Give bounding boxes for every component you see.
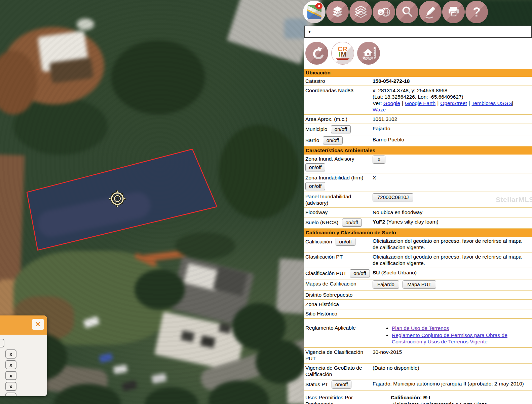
row-suelo: Suelo (NRCS) on/off YuF2 (Yunes silty cl… [304, 217, 532, 229]
suelo-code: YuF2 [373, 219, 385, 225]
map-pin-icon [314, 1, 324, 11]
layer-remove-button[interactable]: x [5, 360, 16, 369]
panel-inundabilidad-label: Panel Inundabilidad (advisory) [305, 193, 373, 206]
link-openstreet[interactable]: OpenStreet [440, 100, 467, 106]
link-plan-uso-terrenos[interactable]: Plan de Uso de Terrenos [392, 325, 449, 331]
gis-globe-icon: G [377, 5, 391, 20]
mapa-put-button[interactable]: Mapa PUT [403, 280, 436, 289]
print-icon [446, 5, 461, 20]
help-icon: ? [473, 6, 481, 19]
suelo-onoff-button[interactable]: on/off [342, 218, 362, 227]
layer-remove-button[interactable]: x [5, 382, 16, 391]
crim-letter: I [339, 51, 341, 58]
coord-xy: x: 281314.3748, y: 254659.8968 [373, 87, 528, 94]
annotate-button[interactable] [419, 1, 442, 23]
layers-button[interactable] [326, 1, 349, 23]
layer-remove-button[interactable]: x [5, 371, 16, 380]
gis-globe-button[interactable]: G [373, 1, 395, 23]
reglamento-label: Reglamento Aplicable [305, 325, 373, 331]
row-zona-firm: Zona Inundabilidad (firm) on/off X [304, 173, 532, 192]
row-panel-inundabilidad: Panel Inundabilidad (advisory) 72000C081… [304, 192, 532, 208]
municipio-onoff-button[interactable]: on/off [331, 125, 351, 133]
link-reglamento-conjunto[interactable]: Reglamento Conjunto de Permisos para Obr… [392, 332, 507, 344]
agency-logo-row: CR IM [304, 38, 532, 69]
mapas-buttons: Fajardo Mapa PUT [373, 280, 530, 289]
barrio-onoff-button[interactable]: on/off [323, 136, 343, 144]
link-temblores-usgs[interactable]: Temblores USGS [472, 100, 512, 106]
layers-icon [330, 5, 345, 20]
popup-header: ✕ [0, 315, 47, 335]
row-barrio: Barrio on/off Barrio Pueblo [304, 135, 532, 146]
popup-partial-button[interactable] [0, 339, 4, 347]
calificacion-onoff-button[interactable]: on/off [336, 238, 355, 246]
popup-body: x x x x [0, 335, 47, 396]
row-calificacion: Calificación on/off Oficializacion del g… [304, 237, 532, 252]
layer-remove-button[interactable]: x [5, 349, 16, 359]
clasificacion-put-value: SU (Suelo Urbano) [373, 269, 530, 276]
info-panel: ▼ CR IM [304, 26, 532, 404]
search-icon [400, 5, 415, 20]
clasificacion-pt-label: Clasificación PT [305, 254, 373, 260]
popup-partial-button[interactable] [5, 393, 16, 396]
layers-outline-icon [353, 5, 368, 20]
zona-advisory-value: X [373, 156, 530, 164]
row-reglamento: Reglamento Aplicable Plan de Uso de Terr… [304, 324, 532, 348]
municipio-label: Municipio on/off [305, 125, 373, 133]
zona-firm-onoff-button[interactable]: on/off [305, 182, 325, 190]
chevron-down-icon: ▼ [308, 30, 311, 34]
layers-outline-button[interactable] [349, 1, 372, 23]
crim-letter: R [343, 45, 348, 53]
coord-latlon: (Lat: 18.32564226, Lon: -65.66409627) [373, 94, 528, 100]
vigencia-geodato-label: Vigencia de GeoDato de Calificación [305, 365, 373, 377]
crim-letter: C [338, 45, 343, 53]
row-sitio-historico: Sitio Histórico [304, 309, 532, 319]
popup-close-button[interactable]: ✕ [32, 319, 44, 330]
link-google-earth[interactable]: Google Earth [405, 100, 435, 106]
catastro-value: 150-054-272-18 [373, 78, 530, 84]
google-maps-button[interactable]: G [303, 1, 326, 23]
row-vigencia-geodato: Vigencia de GeoDato de Calificación (Dat… [304, 364, 532, 379]
link-waze[interactable]: Waze [373, 107, 386, 112]
section-header-ambientales: Características Ambientales [304, 146, 532, 155]
layer-dropdown[interactable]: ▼ [304, 26, 532, 38]
curved-arrow-icon [309, 45, 325, 61]
panel-inundabilidad-value: 72000C0810J [373, 193, 530, 201]
search-button[interactable] [396, 1, 418, 23]
mapa-fajardo-button[interactable]: Fajardo [373, 280, 399, 289]
planning-board-logo-button[interactable] [305, 42, 328, 65]
usos-value: Calificación: R-I Alojamiento Suplementa… [373, 394, 530, 404]
ver-prefix: Ver: [373, 100, 382, 106]
zona-firm-value: X [373, 174, 530, 181]
vigencia-put-label: Vigencia de Clasificación PUT [305, 349, 373, 362]
print-button[interactable] [442, 1, 465, 23]
mapas-label: Mapas de Calificación [305, 280, 373, 287]
link-google[interactable]: Google [383, 100, 400, 106]
status-pt-label: Status PT on/off [305, 380, 373, 389]
clasificacion-put-onoff-button[interactable]: on/off [350, 269, 370, 277]
row-zona-historica: Zona Histórica [304, 300, 532, 309]
zona-advisory-x-button[interactable]: X [373, 156, 385, 164]
suelo-desc: (Yunes silty clay loam) [386, 219, 438, 225]
spacer [304, 391, 532, 393]
suelo-label: Suelo (NRCS) on/off [305, 218, 373, 227]
barrio-label: Barrio on/off [305, 136, 373, 144]
usos-item: Alojamiento Suplementario a Corto Plazo [392, 401, 528, 404]
row-clasificacion-put: Clasificación PUT on/off SU (Suelo Urban… [304, 268, 532, 279]
flood-panel-button[interactable]: 72000C0810J [373, 193, 413, 201]
catastro-label: Catastro [305, 78, 373, 84]
area-value: 1061.3102 [373, 116, 530, 122]
municipio-label-text: Municipio [305, 126, 327, 132]
zona-advisory-onoff-button[interactable]: on/off [305, 163, 325, 171]
floodway-value: No ubica en floodway [373, 209, 530, 215]
flood-zone-logo-button[interactable] [357, 42, 380, 65]
crim-logo-button[interactable]: CR IM [331, 42, 354, 65]
vigencia-geodato-value: (Dato no disponible) [373, 365, 530, 371]
row-zona-advisory: Zona Inund. Advisory on/off X [304, 155, 532, 173]
municipio-value: Fajardo [373, 125, 530, 132]
status-pt-onoff-button[interactable]: on/off [332, 380, 351, 389]
link-separator: | [402, 100, 403, 106]
help-button[interactable]: ? [465, 1, 488, 23]
zona-advisory-label-text: Zona Inund. Advisory [305, 156, 354, 162]
status-pt-value: Fajardo: Municipio autónomo jerarquía II… [373, 380, 530, 387]
usos-heading: Calificación: R-I [391, 394, 528, 401]
